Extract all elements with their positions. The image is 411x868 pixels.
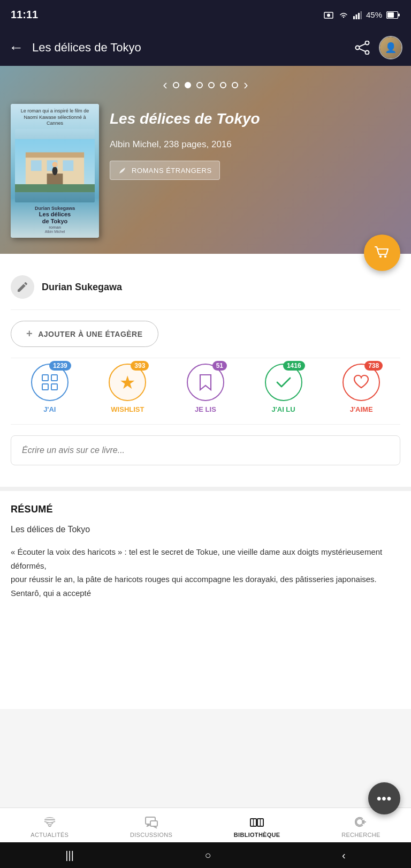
shelf-action-jelis[interactable]: 51 JE LIS — [187, 364, 224, 413]
android-bar: ||| ○ ‹ — [0, 842, 411, 868]
more-dots-label: ••• — [377, 791, 392, 806]
jai-label: J'AI — [43, 405, 56, 413]
battery-text: 45% — [366, 10, 382, 19]
carousel-dot-5[interactable] — [220, 82, 226, 88]
add-shelf-button[interactable]: + AJOUTER À UNE ÉTAGÈRE — [11, 321, 158, 347]
svg-point-24 — [379, 255, 382, 258]
avatar[interactable]: 👤 — [379, 36, 402, 59]
svg-rect-27 — [51, 375, 57, 381]
shelf-action-jaime[interactable]: 738 J'AIME — [342, 364, 380, 413]
svg-line-13 — [359, 49, 366, 51]
svg-rect-8 — [398, 13, 400, 16]
battery-icon — [386, 11, 400, 19]
svg-point-11 — [366, 51, 369, 55]
nav-discussions-label: DISCUSSIONS — [130, 832, 172, 838]
nav-actualites[interactable]: ACTUALITÉS — [22, 812, 77, 840]
book-details: Les délices de Tokyo Albin Michel, 238 p… — [110, 104, 400, 180]
nav-discussions[interactable]: DISCUSSIONS — [121, 812, 181, 840]
nav-recherche-label: RECHERCHE — [341, 832, 380, 838]
review-input-wrap[interactable] — [11, 435, 400, 465]
svg-rect-7 — [387, 12, 394, 18]
cover-scene-svg — [15, 129, 95, 202]
nav-actualites-label: ACTUALITÉS — [31, 832, 68, 838]
pen-icon — [16, 281, 29, 293]
photo-icon — [323, 11, 334, 19]
svg-rect-5 — [360, 11, 362, 19]
jai-count: 1239 — [49, 361, 71, 371]
bottom-nav: ACTUALITÉS DISCUSSIONS BIBLIOTHÈQUE RECH… — [0, 807, 411, 842]
carousel-dot-6[interactable] — [232, 82, 238, 88]
svg-rect-21 — [15, 184, 95, 192]
carousel-next[interactable]: › — [243, 77, 248, 93]
carousel-dot-4[interactable] — [208, 82, 215, 88]
cart-button[interactable] — [364, 235, 400, 271]
jelis-bookmark-icon — [197, 373, 214, 392]
shelf-action-wishlist[interactable]: 393 ★ WISHLIST — [109, 364, 146, 413]
shelf-action-jailu[interactable]: 1416 J'AI LU — [265, 364, 302, 413]
add-shelf-label: AJOUTER À UNE ÉTAGÈRE — [38, 330, 142, 338]
discussions-icon — [144, 814, 159, 829]
jaime-icon-wrap: 738 — [342, 364, 380, 401]
genre-label: ROMANS ÉTRANGERS — [132, 167, 212, 175]
nav-recherche[interactable]: RECHERCHE — [333, 812, 389, 840]
svg-rect-26 — [42, 375, 48, 381]
cover-top-text: Le roman qui a inspiré le film de Naomi … — [15, 108, 95, 127]
more-fab-button[interactable]: ••• — [368, 782, 400, 814]
author-row: Durian Sukegawa — [11, 270, 400, 310]
page-title: Les délices de Tokyo — [32, 41, 346, 55]
svg-rect-17 — [31, 160, 42, 171]
wishlist-star-icon: ★ — [119, 372, 135, 393]
jaime-label: J'AIME — [350, 405, 373, 413]
content-area: Durian Sukegawa + AJOUTER À UNE ÉTAGÈRE … — [0, 254, 411, 487]
leaf-icon — [118, 165, 127, 175]
status-time: 11:11 — [11, 9, 38, 21]
svg-line-12 — [359, 44, 366, 47]
genre-badge: ROMANS ÉTRANGERS — [110, 161, 220, 180]
author-name[interactable]: Durian Sukegawa — [42, 282, 122, 293]
share-icon[interactable] — [354, 41, 370, 55]
recherche-icon — [353, 814, 368, 829]
jai-grid-icon — [40, 373, 59, 392]
carousel-dot-1[interactable] — [173, 82, 179, 88]
android-home-button[interactable]: ○ — [188, 845, 227, 866]
android-back-button[interactable]: ‹ — [326, 845, 362, 866]
jaime-heart-icon — [352, 373, 371, 392]
carousel-dot-3[interactable] — [196, 82, 203, 88]
cover-author: Durian Sukegawa — [15, 206, 95, 211]
cart-icon — [373, 244, 391, 262]
status-bar: 11:11 45% — [0, 0, 411, 29]
review-input[interactable] — [22, 446, 389, 455]
jailu-count: 1416 — [283, 361, 305, 371]
book-meta: Albin Michel, 238 pages, 2016 — [110, 139, 400, 150]
actualites-icon — [42, 814, 57, 829]
jai-icon-wrap: 1239 — [31, 364, 68, 401]
nav-bibliotheque[interactable]: BIBLIOTHÈQUE — [225, 812, 289, 840]
cover-title-small: Les délicesde Tokyo — [15, 211, 95, 225]
signal-icon — [353, 11, 362, 19]
svg-point-1 — [327, 13, 330, 17]
cover-bottom: Durian Sukegawa Les délicesde Tokyo roma… — [15, 202, 95, 233]
android-recent-button[interactable]: ||| — [49, 845, 90, 866]
svg-rect-30 — [44, 819, 55, 820]
back-button[interactable]: ← — [9, 39, 24, 56]
jelis-icon-wrap: 51 — [187, 364, 224, 401]
cover-illustration — [15, 129, 95, 202]
svg-rect-3 — [355, 14, 357, 19]
book-info: Le roman qui a inspiré le film de Naomi … — [11, 104, 400, 238]
carousel-prev[interactable]: ‹ — [163, 77, 168, 93]
carousel-nav: ‹ › — [11, 77, 400, 93]
jailu-label: J'AI LU — [271, 405, 295, 413]
status-icons: 45% — [323, 10, 400, 19]
add-icon: + — [26, 328, 33, 340]
svg-rect-28 — [42, 384, 48, 390]
bibliotheque-icon — [249, 814, 264, 829]
jelis-label: JE LIS — [195, 405, 216, 413]
shelf-action-jai[interactable]: 1239 J'AI — [31, 364, 68, 413]
svg-point-25 — [384, 255, 386, 258]
carousel-dot-2[interactable] — [185, 82, 191, 88]
resume-section: RÉSUMÉ Les délices de Tokyo « Écouter la… — [0, 491, 411, 709]
jailu-icon-wrap: 1416 — [265, 364, 302, 401]
svg-point-9 — [366, 41, 369, 45]
svg-rect-29 — [51, 384, 57, 390]
resume-title: RÉSUMÉ — [11, 504, 400, 515]
